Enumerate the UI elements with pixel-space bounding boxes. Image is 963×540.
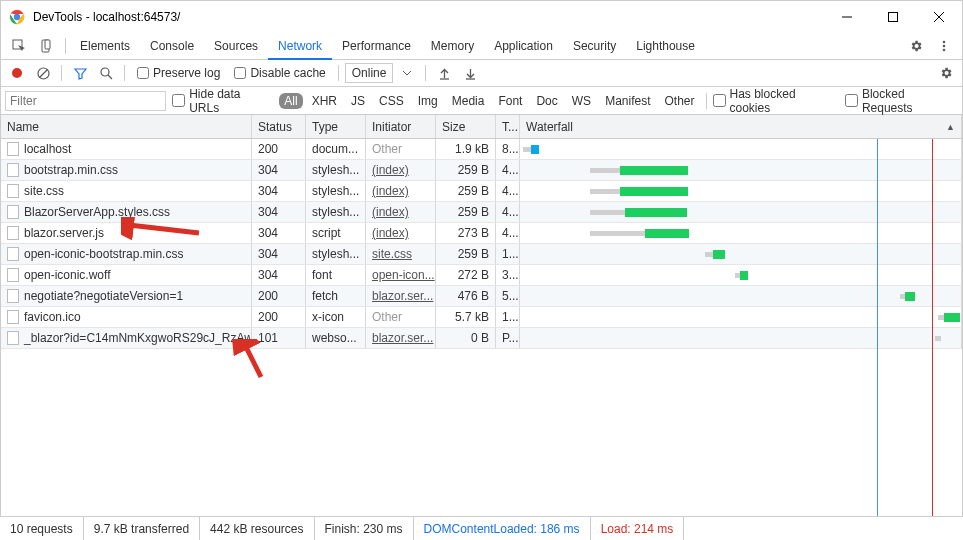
request-row[interactable]: localhost200docum...Other1.9 kB8... [1, 139, 962, 160]
request-row[interactable]: blazor.server.js304script(index)273 B4..… [1, 223, 962, 244]
svg-line-14 [39, 69, 47, 77]
svg-point-11 [943, 49, 946, 52]
has-blocked-cookies-checkbox[interactable]: Has blocked cookies [713, 87, 839, 115]
request-waterfall [520, 307, 962, 327]
request-initiator[interactable]: Other [366, 307, 436, 327]
status-transferred: 9.7 kB transferred [84, 517, 200, 541]
column-time[interactable]: T... [496, 115, 520, 138]
column-waterfall[interactable]: Waterfall▲ [520, 115, 962, 138]
tab-console[interactable]: Console [140, 33, 204, 60]
filter-toggle-icon[interactable] [68, 62, 92, 84]
search-icon[interactable] [94, 62, 118, 84]
filter-type-css[interactable]: CSS [374, 93, 409, 109]
filter-type-manifest[interactable]: Manifest [600, 93, 655, 109]
window-title: DevTools - localhost:64573/ [33, 10, 824, 24]
throttling-select[interactable]: Online [345, 63, 394, 83]
inspect-icon[interactable] [5, 33, 33, 60]
request-initiator[interactable]: (index) [366, 160, 436, 180]
request-type: stylesh... [306, 244, 366, 264]
filter-type-media[interactable]: Media [447, 93, 490, 109]
maximize-button[interactable] [870, 1, 916, 33]
tab-application[interactable]: Application [484, 33, 563, 60]
request-time: 4... [496, 202, 520, 222]
throttling-dropdown-icon[interactable] [395, 62, 419, 84]
tab-security[interactable]: Security [563, 33, 626, 60]
column-name[interactable]: Name [1, 115, 252, 138]
close-button[interactable] [916, 1, 962, 33]
svg-rect-3 [889, 13, 898, 22]
request-size: 259 B [436, 202, 496, 222]
tab-network[interactable]: Network [268, 33, 332, 60]
download-har-icon[interactable] [458, 62, 482, 84]
request-row[interactable]: favicon.ico200x-iconOther5.7 kB1... [1, 307, 962, 328]
request-name: site.css [24, 184, 64, 198]
tab-lighthouse[interactable]: Lighthouse [626, 33, 705, 60]
disable-cache-checkbox[interactable]: Disable cache [234, 66, 325, 80]
filter-type-img[interactable]: Img [413, 93, 443, 109]
request-row[interactable]: _blazor?id=C14mNmKxgwoRS29cJ_RzAw101webs… [1, 328, 962, 349]
filter-type-font[interactable]: Font [493, 93, 527, 109]
status-load: Load: 214 ms [591, 517, 685, 541]
column-status[interactable]: Status [252, 115, 306, 138]
request-initiator[interactable]: (index) [366, 202, 436, 222]
request-type: stylesh... [306, 181, 366, 201]
tab-memory[interactable]: Memory [421, 33, 484, 60]
request-initiator[interactable]: blazor.ser... [366, 328, 436, 348]
devtools-tabs: ElementsConsoleSourcesNetworkPerformance… [1, 33, 962, 60]
record-button[interactable] [5, 62, 29, 84]
request-size: 259 B [436, 181, 496, 201]
network-settings-gear-icon[interactable] [934, 62, 958, 84]
request-status: 200 [252, 286, 306, 306]
filter-type-doc[interactable]: Doc [531, 93, 562, 109]
request-row[interactable]: site.css304stylesh...(index)259 B4... [1, 181, 962, 202]
status-finish: Finish: 230 ms [315, 517, 414, 541]
network-grid-header: Name Status Type Initiator Size T... Wat… [1, 115, 962, 139]
blocked-requests-checkbox[interactable]: Blocked Requests [845, 87, 958, 115]
file-icon [7, 163, 19, 177]
clear-button[interactable] [31, 62, 55, 84]
column-initiator[interactable]: Initiator [366, 115, 436, 138]
svg-rect-8 [45, 40, 50, 49]
chrome-icon [9, 9, 25, 25]
request-type: docum... [306, 139, 366, 159]
kebab-menu-icon[interactable] [930, 33, 958, 60]
request-time: 4... [496, 160, 520, 180]
preserve-log-checkbox[interactable]: Preserve log [137, 66, 220, 80]
minimize-button[interactable] [824, 1, 870, 33]
request-initiator[interactable]: open-icon... [366, 265, 436, 285]
filter-input[interactable] [5, 91, 166, 111]
tab-performance[interactable]: Performance [332, 33, 421, 60]
settings-gear-icon[interactable] [902, 33, 930, 60]
request-waterfall [520, 286, 962, 306]
request-initiator[interactable]: site.css [366, 244, 436, 264]
column-type[interactable]: Type [306, 115, 366, 138]
tab-sources[interactable]: Sources [204, 33, 268, 60]
request-name: open-iconic.woff [24, 268, 111, 282]
request-status: 304 [252, 160, 306, 180]
filter-type-js[interactable]: JS [346, 93, 370, 109]
device-icon[interactable] [33, 33, 61, 60]
column-size[interactable]: Size [436, 115, 496, 138]
request-row[interactable]: open-iconic-bootstrap.min.css304stylesh.… [1, 244, 962, 265]
request-waterfall [520, 202, 962, 222]
status-requests: 10 requests [0, 517, 84, 541]
request-initiator[interactable]: (index) [366, 223, 436, 243]
hide-data-urls-checkbox[interactable]: Hide data URLs [172, 87, 273, 115]
filter-type-xhr[interactable]: XHR [307, 93, 342, 109]
request-time: 3... [496, 265, 520, 285]
request-row[interactable]: open-iconic.woff304fontopen-icon...272 B… [1, 265, 962, 286]
filter-type-all[interactable]: All [279, 93, 302, 109]
request-row[interactable]: negotiate?negotiateVersion=1200fetchblaz… [1, 286, 962, 307]
request-initiator[interactable]: (index) [366, 181, 436, 201]
request-initiator[interactable]: Other [366, 139, 436, 159]
tab-elements[interactable]: Elements [70, 33, 140, 60]
request-initiator[interactable]: blazor.ser... [366, 286, 436, 306]
request-size: 476 B [436, 286, 496, 306]
request-row[interactable]: BlazorServerApp.styles.css304stylesh...(… [1, 202, 962, 223]
request-name: BlazorServerApp.styles.css [24, 205, 170, 219]
request-status: 304 [252, 223, 306, 243]
filter-type-ws[interactable]: WS [567, 93, 596, 109]
request-row[interactable]: bootstrap.min.css304stylesh...(index)259… [1, 160, 962, 181]
upload-har-icon[interactable] [432, 62, 456, 84]
filter-type-other[interactable]: Other [660, 93, 700, 109]
